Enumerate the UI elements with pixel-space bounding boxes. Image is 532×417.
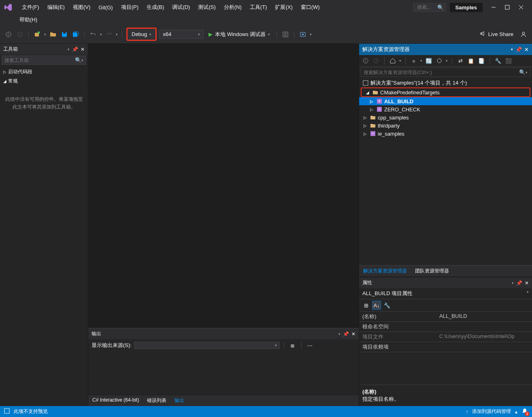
live-share-label: Live Share xyxy=(488,31,513,37)
tree-item-ie-samples[interactable]: ▷ + ie_samples xyxy=(359,130,532,138)
tree-item-cmake-targets[interactable]: ◢ CMakePredefinedTargets xyxy=(361,87,530,97)
wrench-icon[interactable]: 🔧 xyxy=(383,301,392,310)
property-value[interactable]: ALL_BUILD xyxy=(436,312,532,321)
pin-icon[interactable]: 📌 xyxy=(515,47,522,53)
open-file-button[interactable] xyxy=(49,30,57,39)
chevron-down-icon[interactable]: ▾ xyxy=(68,47,70,51)
sol-toolbar-button[interactable] xyxy=(435,57,443,65)
output-toolbar-button[interactable]: ≣ xyxy=(288,341,297,350)
menu-tools[interactable]: 工具(T) xyxy=(246,2,271,13)
output-panel: 输出 ▾ 📌 ✕ 显示输出来源(S): ▾ ≣ ⋯ xyxy=(88,328,359,395)
solution-node[interactable]: 解决方案"Samples"(14 个项目，共 14 个) xyxy=(359,79,532,87)
sol-forward-button[interactable] xyxy=(372,57,380,65)
close-button[interactable] xyxy=(518,4,524,10)
tab-team-explorer[interactable]: 团队资源管理器 xyxy=(411,266,453,277)
menu-window[interactable]: 窗口(W) xyxy=(297,2,324,13)
sol-toolbar-button[interactable]: ⇄ xyxy=(456,57,464,65)
menu-edit[interactable]: 编辑(E) xyxy=(43,2,69,13)
menu-test[interactable]: 测试(S) xyxy=(194,2,219,13)
sol-toolbar-button[interactable]: 📋 xyxy=(467,57,475,65)
toolbox-search[interactable]: 🔍 ▾ xyxy=(2,55,86,65)
menu-help[interactable]: 帮助(H) xyxy=(19,16,37,23)
property-row[interactable]: 根命名空间 xyxy=(359,322,532,332)
menu-file[interactable]: 文件(F) xyxy=(18,2,43,13)
menu-extensions[interactable]: 扩展(X) xyxy=(271,2,296,13)
undo-button[interactable] xyxy=(89,30,98,39)
solution-search[interactable]: 🔍 ▾ xyxy=(361,68,530,77)
new-project-button[interactable] xyxy=(33,30,42,39)
property-value[interactable] xyxy=(436,342,532,352)
chevron-down-icon[interactable]: ▾ xyxy=(512,281,514,285)
sol-toolbar-button[interactable]: ⬛ xyxy=(504,57,513,65)
save-all-button[interactable] xyxy=(71,30,80,39)
pin-icon[interactable]: 📌 xyxy=(343,331,349,337)
search-icon: 🔍 xyxy=(75,57,81,63)
toolbox-item[interactable]: ▷启动代码段 xyxy=(0,67,88,77)
platform-dropdown[interactable]: x64 ▾ xyxy=(159,30,204,39)
pin-icon[interactable]: 📌 xyxy=(72,47,78,52)
tab-error-list[interactable]: 错误列表 xyxy=(143,395,170,406)
feedback-button[interactable] xyxy=(519,30,528,39)
chevron-right-icon: ▷ xyxy=(369,107,375,112)
tree-item-thirdparty[interactable]: ▷ thirdparty xyxy=(359,121,532,130)
chevron-down-icon[interactable]: ▾ xyxy=(527,290,529,297)
nav-back-button[interactable] xyxy=(4,30,13,39)
alphabetize-button[interactable]: A↓ xyxy=(372,301,381,310)
svg-rect-16 xyxy=(363,81,368,85)
redo-button[interactable] xyxy=(104,30,113,39)
sol-toolbar-button[interactable]: ⟐ xyxy=(410,57,418,65)
toolbox-empty-text: 此组中没有可用的控件。将某项拖至此文本可将其添加到工具箱。 xyxy=(0,87,88,119)
maximize-button[interactable] xyxy=(504,4,510,10)
menu-debug[interactable]: 调试(D) xyxy=(168,2,194,13)
close-icon[interactable]: ✕ xyxy=(81,47,85,52)
menu-analyze[interactable]: 分析(N) xyxy=(220,2,246,13)
save-button[interactable] xyxy=(60,30,69,39)
property-value[interactable] xyxy=(436,322,532,332)
menu-view[interactable]: 视图(V) xyxy=(69,2,94,13)
live-share-button[interactable]: Live Share xyxy=(476,29,517,40)
tree-item-all-build[interactable]: ▷ + ALL_BUILD xyxy=(359,97,532,105)
notification-button[interactable]: 2 xyxy=(521,408,528,415)
toolbox-item[interactable]: ◢常规 xyxy=(0,77,88,86)
close-icon[interactable]: ✕ xyxy=(524,47,529,53)
chevron-down-icon[interactable]: ▾ xyxy=(511,47,513,51)
title-search[interactable]: 🔍 xyxy=(413,3,446,12)
sol-toolbar-button[interactable]: 🔄 xyxy=(425,57,433,65)
sol-back-button[interactable] xyxy=(362,57,370,65)
property-row[interactable]: 项目文件 C:\Users\yy\Documents\Intel\Op xyxy=(359,332,532,342)
title-search-input[interactable] xyxy=(417,4,437,10)
tab-solution-explorer[interactable]: 解决方案资源管理器 xyxy=(359,266,411,277)
home-icon[interactable] xyxy=(389,57,397,65)
property-row[interactable]: 项目依赖项 xyxy=(359,342,532,352)
property-name: (名称) xyxy=(359,312,436,321)
categorize-button[interactable]: ⊞ xyxy=(362,301,370,310)
close-icon[interactable]: ✕ xyxy=(525,280,529,286)
tab-interactive[interactable]: C# Interactive (64-bit) xyxy=(88,395,143,406)
svg-point-13 xyxy=(363,58,368,63)
svg-rect-23 xyxy=(4,408,9,413)
menu-project[interactable]: 项目(P) xyxy=(117,2,143,13)
toolbox-search-input[interactable] xyxy=(4,57,75,63)
solution-search-input[interactable] xyxy=(364,70,519,75)
tree-item-zero-check[interactable]: ▷ + ZERO_CHECK xyxy=(359,105,532,113)
property-row[interactable]: (名称) ALL_BUILD xyxy=(359,312,532,322)
menu-build[interactable]: 生成(B) xyxy=(143,2,168,13)
source-control-button[interactable]: 添加到源代码管理 xyxy=(472,408,511,415)
menu-git[interactable]: Git(G) xyxy=(94,3,117,12)
close-icon[interactable]: ✕ xyxy=(351,331,355,337)
nav-forward-button[interactable] xyxy=(15,30,24,39)
tab-output[interactable]: 输出 xyxy=(170,395,188,406)
statusbar-icon[interactable] xyxy=(4,408,10,415)
minimize-button[interactable] xyxy=(491,4,496,10)
pin-icon[interactable]: 📌 xyxy=(516,280,522,286)
output-source-dropdown[interactable]: ▾ xyxy=(134,342,280,349)
wrench-icon[interactable]: 🔧 xyxy=(494,57,502,65)
sol-toolbar-button[interactable]: 📑 xyxy=(477,57,485,65)
start-debug-button[interactable]: ▶ 本地 Windows 调试器 ▾ xyxy=(206,30,272,39)
toolbar-button[interactable] xyxy=(281,30,290,39)
output-toolbar-button[interactable]: ⋯ xyxy=(306,341,315,350)
chevron-down-icon[interactable]: ▾ xyxy=(338,332,340,336)
toolbar-button[interactable] xyxy=(298,30,307,39)
tree-item-cpp-samples[interactable]: ▷ cpp_samples xyxy=(359,113,532,121)
config-dropdown[interactable]: Debug ▾ xyxy=(126,28,157,41)
